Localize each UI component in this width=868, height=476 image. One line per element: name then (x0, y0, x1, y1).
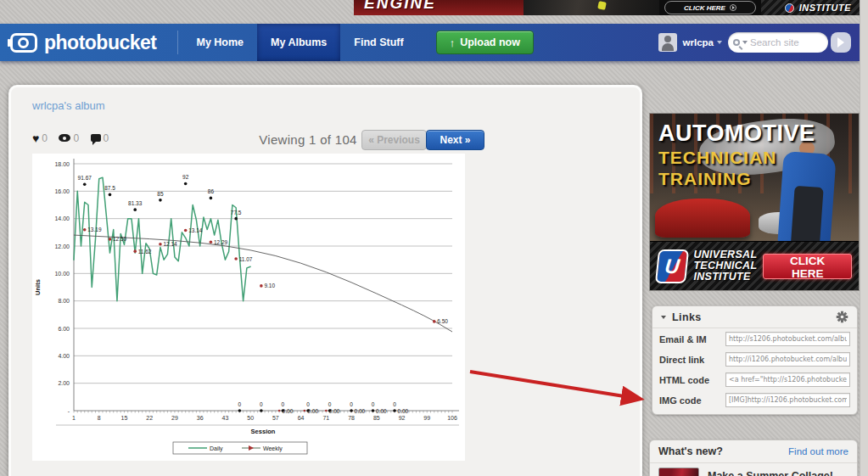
svg-text:0.00: 0.00 (398, 408, 409, 414)
svg-text:36: 36 (197, 415, 204, 421)
ad-click-here-button[interactable]: CLICK HERE (763, 254, 852, 279)
svg-text:50: 50 (247, 415, 254, 421)
whats-new-thumbnail[interactable] (658, 468, 699, 476)
svg-text:8: 8 (98, 415, 101, 421)
svg-text:6.00: 6.00 (58, 326, 70, 332)
next-button[interactable]: Next » (426, 130, 484, 150)
comments-icon[interactable] (91, 134, 101, 142)
svg-text:12.50: 12.50 (113, 236, 127, 242)
svg-text:9.10: 9.10 (264, 283, 275, 288)
user-dropdown-icon (717, 41, 722, 44)
html-code-field[interactable] (725, 372, 850, 387)
svg-text:15: 15 (121, 415, 128, 421)
email-im-field[interactable] (725, 332, 850, 346)
uti-brand-line3: INSTITUTE (693, 272, 757, 283)
banner-photo-detail (597, 1, 607, 10)
ad-footer-bar: U UNIVERSAL TECHNICAL INSTITUTE CLICK HE… (650, 241, 859, 290)
banner-institute-logo-icon (785, 3, 794, 13)
tab-find-stuff[interactable]: Find Stuff (340, 24, 417, 61)
link-row-img: IMG code (652, 390, 857, 410)
link-row-direct: Direct link (652, 350, 857, 369)
ad-headline-line3: TRAINING (658, 168, 815, 189)
uti-logo-icon: U (655, 249, 690, 283)
brand-text: photobucket (44, 31, 157, 54)
links-collapse-icon[interactable] (661, 316, 666, 319)
gear-icon[interactable] (836, 311, 848, 323)
album-title-link[interactable]: wrlcpa's album (32, 99, 105, 112)
search-icon (733, 39, 740, 46)
img-code-label: IMG code (659, 395, 722, 406)
username-label: wrlcpa (683, 37, 714, 48)
photobucket-logo[interactable]: photobucket (0, 24, 172, 61)
ad-headline-line1: AUTOMOTIVE (658, 120, 815, 147)
whats-new-item[interactable]: Make a Summer Collage! (650, 463, 857, 476)
comments-count: 0 (104, 132, 109, 144)
svg-text:11.07: 11.07 (239, 256, 253, 262)
banner-institute-panel: INSTITUTE (761, 0, 860, 15)
svg-text:0: 0 (238, 401, 242, 407)
top-banner-ad[interactable]: ENGINE CLICK HERE INSTITUTE (354, 0, 860, 15)
views-icon (59, 134, 70, 142)
uti-brand-text: UNIVERSAL TECHNICAL INSTITUTE (693, 249, 757, 283)
likes-icon[interactable]: ♥ (32, 132, 39, 144)
direct-link-label: Direct link (659, 355, 722, 365)
likes-count: 0 (42, 132, 48, 144)
user-avatar[interactable] (658, 33, 677, 52)
svg-text:4.00: 4.00 (58, 353, 70, 359)
banner-arrow-icon (730, 4, 736, 11)
svg-text:0: 0 (260, 401, 263, 407)
tab-my-home[interactable]: My Home (183, 24, 258, 61)
search-go-button[interactable] (831, 32, 851, 53)
svg-text:0: 0 (328, 401, 332, 407)
nav-divider (177, 31, 178, 54)
svg-text:86: 86 (208, 188, 215, 194)
img-code-field[interactable] (725, 393, 850, 407)
search-go-icon (837, 37, 844, 48)
svg-text:12.14: 12.14 (163, 241, 177, 247)
previous-button[interactable]: « Previous (361, 130, 427, 150)
camera-lens-icon (18, 37, 29, 48)
search-box (728, 32, 828, 53)
whats-new-header: What's new? Find out more (650, 440, 857, 463)
svg-text:99: 99 (423, 415, 430, 421)
svg-text:0: 0 (306, 401, 310, 407)
tab-my-albums[interactable]: My Albums (257, 24, 340, 61)
avatar-body (662, 43, 674, 51)
banner-engine-text: ENGINE (364, 0, 524, 13)
links-header: Links (652, 306, 857, 328)
svg-text:106: 106 (447, 415, 457, 421)
banner-click-here-button[interactable]: CLICK HERE (664, 1, 756, 14)
svg-text:22: 22 (146, 415, 153, 421)
sidebar-ad[interactable]: AUTOMOTIVE TECHNICIAN TRAINING U UNIVERS… (649, 113, 860, 291)
link-row-email: Email & IM (652, 329, 857, 349)
camera-icon (10, 33, 37, 53)
album-photo-chart[interactable]: 2.004.006.008.0010.0012.0014.0016.0018.0… (32, 154, 465, 461)
html-code-label: HTML code (659, 375, 722, 385)
svg-text:14.00: 14.00 (54, 216, 70, 221)
search-input[interactable] (750, 37, 816, 48)
svg-text:71: 71 (322, 415, 329, 421)
svg-text:12.00: 12.00 (54, 244, 70, 249)
banner-institute-text: INSTITUTE (799, 3, 851, 13)
svg-text:81.33: 81.33 (128, 200, 143, 206)
scrollbar-track[interactable] (860, 0, 868, 476)
svg-text:78: 78 (348, 415, 355, 421)
email-im-label: Email & IM (659, 334, 722, 344)
svg-text:6.50: 6.50 (437, 318, 448, 324)
svg-text:85: 85 (373, 415, 380, 421)
find-out-more-link[interactable]: Find out more (788, 446, 848, 456)
search-scope-dropdown-icon[interactable] (742, 41, 748, 44)
svg-text:0.00: 0.00 (376, 408, 387, 414)
svg-text:18.00: 18.00 (54, 161, 70, 167)
svg-text:-: - (68, 408, 70, 414)
svg-text:0: 0 (393, 401, 396, 407)
upload-label: Upload now (460, 36, 520, 48)
direct-link-field[interactable] (725, 352, 850, 367)
svg-text:92: 92 (399, 415, 406, 421)
whats-new-title: What's new? (658, 445, 723, 457)
svg-text:Weekly: Weekly (263, 445, 283, 452)
upload-icon: ↑ (450, 36, 456, 49)
upload-now-button[interactable]: ↑ Upload now (436, 31, 534, 54)
svg-text:87.5: 87.5 (104, 185, 115, 191)
username-menu[interactable]: wrlcpa (683, 37, 722, 48)
